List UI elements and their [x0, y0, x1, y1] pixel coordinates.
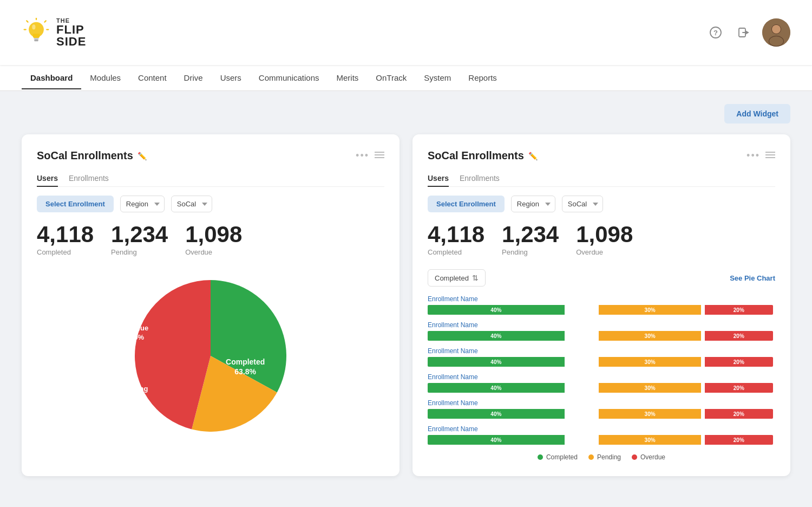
widget-left-tab-enrollments[interactable]: Enrollments: [69, 171, 109, 187]
widget-left-region-select[interactable]: Region: [120, 196, 165, 212]
legend-dot-overdue: [632, 454, 637, 460]
widget-right-edit-icon[interactable]: ✏️: [528, 152, 538, 160]
bar-segment-pending: 30%: [599, 305, 702, 315]
widget-left-edit-icon[interactable]: ✏️: [137, 152, 147, 160]
logo-area: THE FLIP SIDE: [22, 18, 86, 48]
widget-left-stats: 4,118 Completed 1,234 Pending 1,098 Over…: [37, 223, 384, 256]
nav-dashboard[interactable]: Dashboard: [22, 67, 81, 89]
stat-completed-value-left: 4,118: [37, 223, 94, 246]
enrollment-name: Enrollment Name: [428, 321, 773, 329]
nav-users[interactable]: Users: [212, 67, 250, 89]
see-pie-link[interactable]: See Pie Chart: [730, 274, 775, 282]
legend-dot-completed: [538, 454, 543, 460]
bar-segment-completed: 40%: [428, 435, 565, 445]
widget-right-lines-icon[interactable]: [765, 150, 775, 161]
widget-left-select-enrollment-button[interactable]: Select Enrollment: [37, 196, 114, 212]
widget-left-tabs: Users Enrollments: [37, 171, 384, 187]
enrollment-row: Enrollment Name 40% 30% 20%: [428, 347, 773, 367]
widget-left-tab-users[interactable]: Users: [37, 171, 58, 187]
stat-completed-value-right: 4,118: [428, 223, 484, 246]
stat-overdue-right: 1,098 Overdue: [576, 223, 633, 256]
enrollment-row: Enrollment Name 40% 30% 20%: [428, 399, 773, 419]
bar-segments: 40% 30% 20%: [428, 383, 773, 393]
widget-right-region-select[interactable]: Region: [511, 196, 555, 212]
header: THE FLIP SIDE ?: [0, 0, 812, 65]
bar-segment-pending: 30%: [599, 435, 702, 445]
logout-icon: [738, 27, 750, 38]
widget-right-tabs: Users Enrollments: [428, 171, 775, 187]
nav-ontrack[interactable]: OnTrack: [367, 67, 415, 89]
widgets-row: SoCal Enrollments ✏️ ••• Users: [22, 134, 790, 476]
widget-right-title: SoCal Enrollments ✏️: [428, 150, 538, 162]
bar-segment-completed: 40%: [428, 305, 565, 315]
legend-pending: Pending: [588, 453, 621, 461]
widget-right-socal-select[interactable]: SoCal: [562, 196, 603, 212]
nav-system[interactable]: System: [415, 67, 460, 89]
add-widget-row: Add Widget: [22, 104, 790, 123]
widget-left-dots-icon[interactable]: •••: [356, 150, 369, 161]
widget-right-dots-icon[interactable]: •••: [746, 150, 760, 161]
header-icons: ?: [706, 18, 790, 47]
enrollment-row: Enrollment Name 40% 30% 20%: [428, 295, 773, 315]
sort-dropdown[interactable]: Completed ⇅: [428, 269, 486, 287]
bar-segment-pending: 30%: [599, 409, 702, 419]
nav-merits[interactable]: Merits: [328, 67, 368, 89]
svg-line-3: [44, 21, 45, 22]
stat-pending-value-right: 1,234: [502, 223, 559, 246]
nav-modules[interactable]: Modules: [81, 67, 129, 89]
svg-line-2: [27, 21, 28, 22]
add-widget-button[interactable]: Add Widget: [724, 104, 790, 123]
bar-chart-list: Enrollment Name 40% 30% 20% Enrollment N…: [428, 295, 775, 445]
nav-content[interactable]: Content: [129, 67, 175, 89]
bar-segment-completed: 40%: [428, 357, 565, 367]
avatar[interactable]: [762, 18, 790, 47]
widget-left-socal-select[interactable]: SoCal: [171, 196, 212, 212]
bar-segment-overdue: 20%: [705, 305, 773, 315]
stat-pending-value-left: 1,234: [111, 223, 168, 246]
widget-right-select-enrollment-button[interactable]: Select Enrollment: [428, 196, 505, 212]
nav-communications[interactable]: Communications: [250, 67, 328, 89]
stat-overdue-value-right: 1,098: [576, 223, 633, 246]
legend-label-completed: Completed: [546, 453, 578, 461]
nav-drive[interactable]: Drive: [175, 67, 212, 89]
widget-right-tab-enrollments[interactable]: Enrollments: [460, 171, 500, 187]
bar-segment-completed: 40%: [428, 409, 565, 419]
stat-completed-left: 4,118 Completed: [37, 223, 94, 256]
widget-right-actions: •••: [746, 150, 775, 161]
enrollment-row: Enrollment Name 40% 30% 20%: [428, 373, 773, 393]
widget-left-actions: •••: [356, 150, 384, 161]
bar-segments: 40% 30% 20%: [428, 357, 773, 367]
help-icon: ?: [710, 27, 722, 38]
widget-right-tab-users[interactable]: Users: [428, 171, 449, 187]
widget-left-controls: Select Enrollment Region SoCal: [37, 196, 384, 212]
pie-chart-container: [37, 269, 384, 443]
widget-left-title: SoCal Enrollments ✏️: [37, 150, 147, 162]
stat-pending-label-right: Pending: [502, 248, 559, 256]
bar-segment-overdue: 20%: [705, 331, 773, 341]
logo-side: SIDE: [56, 36, 86, 48]
widget-left-lines-icon[interactable]: [375, 150, 384, 161]
help-button[interactable]: ?: [706, 23, 725, 42]
legend-label-overdue: Overdue: [640, 453, 665, 461]
svg-rect-6: [34, 38, 38, 40]
stat-overdue-value-left: 1,098: [185, 223, 242, 246]
enrollment-name: Enrollment Name: [428, 347, 773, 355]
bar-segments: 40% 30% 20%: [428, 305, 773, 315]
bar-segments: 40% 30% 20%: [428, 435, 773, 445]
widget-left-header: SoCal Enrollments ✏️ •••: [37, 150, 384, 162]
bar-segment-completed: 40%: [428, 331, 565, 341]
stat-completed-right: 4,118 Completed: [428, 223, 484, 256]
svg-point-8: [32, 24, 35, 29]
widget-right-controls: Select Enrollment Region SoCal: [428, 196, 775, 212]
bar-segment-overdue: 20%: [705, 435, 773, 445]
enrollment-row: Enrollment Name 40% 30% 20%: [428, 425, 773, 445]
stat-completed-label-left: Completed: [37, 248, 94, 256]
logo-flip: FLIP: [56, 24, 86, 36]
enrollment-name: Enrollment Name: [428, 373, 773, 381]
stat-pending-left: 1,234 Pending: [111, 223, 168, 256]
enrollment-name: Enrollment Name: [428, 295, 773, 303]
nav-reports[interactable]: Reports: [460, 67, 506, 89]
bar-segment-pending: 30%: [599, 331, 702, 341]
logout-button[interactable]: [734, 23, 754, 42]
widget-right-stats: 4,118 Completed 1,234 Pending 1,098 Over…: [428, 223, 775, 256]
